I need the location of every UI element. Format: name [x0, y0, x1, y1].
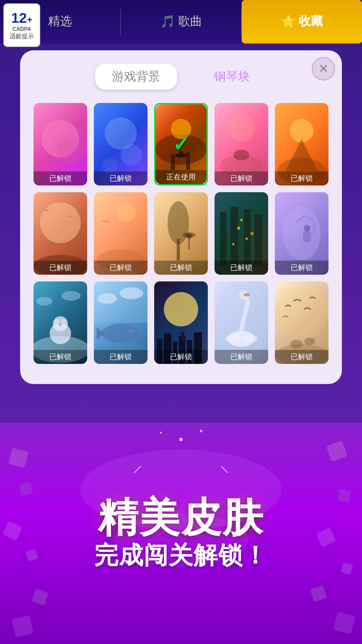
- svg-rect-91: [333, 612, 356, 634]
- active-checkmark: ✓: [173, 132, 189, 156]
- svg-rect-8: [171, 154, 175, 170]
- age-number: 12: [11, 10, 27, 26]
- svg-text:〜: 〜: [68, 214, 72, 218]
- game-bg-label: 游戏背景: [112, 69, 160, 83]
- bg-item-7-label: 已解锁: [94, 261, 147, 275]
- bg-item-1-label: 已解锁: [34, 171, 87, 185]
- modal-background: ✕ 游戏背景 钢琴块 已解锁: [0, 44, 362, 423]
- bg-item-14-label: 已解锁: [215, 350, 268, 364]
- bg-item-12[interactable]: 已解锁: [94, 281, 147, 364]
- skin-modal: ✕ 游戏背景 钢琴块 已解锁: [20, 50, 342, 384]
- svg-rect-78: [8, 447, 28, 468]
- bg-item-8[interactable]: 已解锁: [154, 192, 208, 275]
- svg-point-49: [59, 323, 62, 326]
- svg-rect-90: [310, 585, 327, 602]
- bg-item-15-label: 已解锁: [275, 350, 328, 364]
- tab-songs[interactable]: 🎵 歌曲: [121, 0, 241, 44]
- svg-point-56: [128, 329, 134, 333]
- svg-rect-89: [11, 615, 34, 638]
- svg-point-95: [160, 432, 162, 434]
- svg-point-76: [290, 340, 303, 349]
- svg-point-30: [183, 232, 195, 238]
- bg-item-13-label: 已解锁: [154, 350, 208, 364]
- favorites-label: 收藏: [299, 13, 323, 30]
- bottom-banner: 精美皮肤 完成闯关解锁！: [0, 423, 362, 644]
- age-plus: +: [27, 14, 32, 25]
- bg-item-9[interactable]: 已解锁: [215, 192, 268, 275]
- modal-tab-bar: 游戏背景 钢琴块: [34, 64, 328, 90]
- piano-block-label: 钢琴块: [214, 69, 250, 83]
- svg-point-94: [179, 438, 183, 441]
- svg-point-73: [241, 335, 257, 343]
- svg-text:〜: 〜: [123, 231, 126, 234]
- bg-item-12-label: 已解锁: [94, 350, 147, 364]
- bg-item-11-label: 已解锁: [34, 350, 87, 364]
- tab-game-background[interactable]: 游戏背景: [95, 64, 177, 90]
- banner-subtitle: 完成闯关解锁！: [94, 539, 268, 572]
- cadpa-label: CADPA: [12, 26, 31, 32]
- bg-item-8-label: 已解锁: [154, 261, 208, 275]
- bg-item-15[interactable]: 已解锁: [275, 281, 328, 364]
- svg-point-26: [168, 201, 189, 244]
- svg-rect-80: [2, 521, 22, 541]
- bg-item-11[interactable]: 已解锁: [34, 281, 87, 364]
- bg-item-13[interactable]: 已解锁: [154, 281, 208, 364]
- svg-point-77: [304, 338, 315, 345]
- songs-label: 歌曲: [178, 13, 202, 30]
- svg-point-54: [102, 324, 139, 343]
- svg-marker-17: [286, 139, 318, 171]
- svg-text:〜〜: 〜〜: [102, 219, 109, 223]
- bg-item-1[interactable]: 已解锁: [34, 103, 87, 185]
- svg-rect-85: [341, 562, 353, 575]
- svg-point-14: [233, 150, 249, 160]
- svg-rect-88: [32, 588, 49, 605]
- tab-piano-block[interactable]: 钢琴块: [197, 64, 267, 90]
- svg-rect-79: [19, 482, 33, 496]
- svg-rect-27: [177, 239, 180, 260]
- background-grid: 已解锁 已解锁: [34, 103, 328, 364]
- bg-item-2-label: 已解锁: [94, 171, 147, 185]
- bg-item-10-label: 已解锁: [275, 261, 328, 275]
- svg-rect-34: [255, 215, 262, 266]
- svg-point-12: [228, 115, 255, 142]
- svg-rect-83: [338, 489, 351, 502]
- svg-point-4: [121, 144, 142, 166]
- svg-point-22: [116, 202, 136, 222]
- songs-icon: 🎵: [160, 14, 175, 29]
- bg-item-9-label: 已解锁: [215, 261, 268, 275]
- svg-point-50: [36, 297, 52, 306]
- tab-favorites[interactable]: ⭐ 收藏: [242, 0, 362, 44]
- favorites-icon: ⭐: [281, 14, 296, 29]
- svg-point-41: [280, 209, 302, 236]
- bg-item-4[interactable]: 已解锁: [215, 103, 268, 185]
- bg-item-6[interactable]: 〜 〜 已解锁: [34, 192, 87, 275]
- svg-rect-32: [231, 207, 238, 266]
- svg-point-72: [225, 335, 241, 343]
- close-button[interactable]: ✕: [312, 57, 335, 80]
- svg-rect-33: [244, 209, 250, 266]
- svg-point-35: [237, 226, 240, 230]
- banner-title: 精美皮肤: [98, 495, 264, 539]
- svg-rect-82: [326, 440, 348, 462]
- bg-item-3-label: 正在使用: [156, 170, 206, 184]
- svg-point-38: [250, 232, 254, 235]
- svg-rect-31: [220, 212, 226, 266]
- bg-item-14[interactable]: 已解锁: [215, 281, 268, 364]
- svg-point-58: [120, 287, 143, 299]
- svg-point-67: [180, 335, 185, 341]
- bg-item-3[interactable]: ✓ 正在使用: [154, 103, 208, 185]
- bg-item-10[interactable]: 已解锁: [275, 192, 328, 275]
- bg-item-5[interactable]: 已解锁: [275, 103, 328, 185]
- svg-point-57: [98, 293, 117, 304]
- svg-point-37: [232, 243, 234, 245]
- svg-line-93: [221, 466, 228, 473]
- bg-item-2[interactable]: 已解锁: [94, 103, 147, 185]
- svg-marker-55: [97, 327, 105, 340]
- bg-item-7[interactable]: 〜〜 〜 已解锁: [94, 192, 147, 275]
- close-icon: ✕: [318, 62, 328, 76]
- featured-label: 精选: [48, 13, 72, 30]
- bg-item-4-label: 已解锁: [215, 171, 268, 185]
- svg-point-74: [275, 285, 328, 339]
- top-navigation: 精选 🎵 歌曲 ⭐ 收藏: [0, 0, 362, 44]
- bg-item-5-label: 已解锁: [275, 171, 328, 185]
